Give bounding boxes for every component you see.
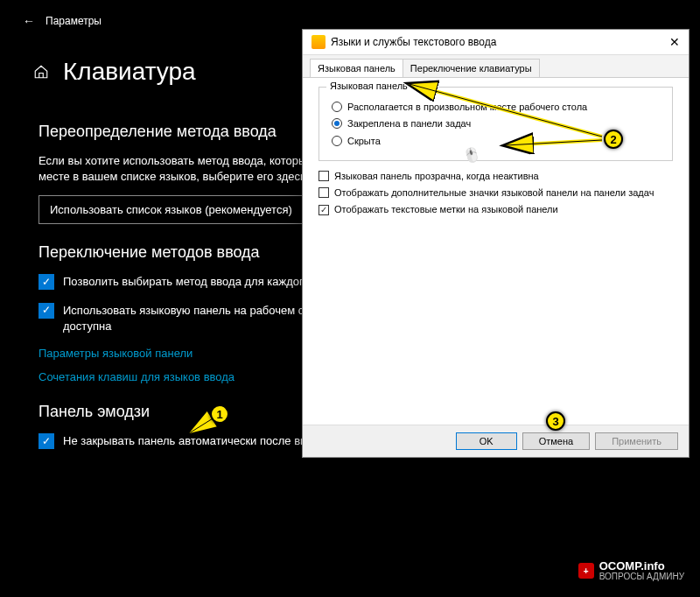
checkbox-icon (318, 187, 329, 198)
radio-icon (332, 102, 342, 112)
group-label: Языковая панель (326, 81, 411, 91)
home-icon[interactable] (33, 64, 49, 80)
ok-button[interactable]: OK (456, 432, 517, 450)
dialog-app-icon (312, 35, 326, 49)
step-badge-3: 3 (546, 411, 565, 431)
group-language-bar: Языковая панель Располагается в произвол… (318, 87, 673, 161)
step-badge-1: 1 (210, 404, 229, 424)
step-badge-2: 2 (604, 130, 623, 149)
radio-floating[interactable]: Располагается в произвольном месте рабоч… (332, 101, 660, 113)
checkbox-label: Отображать дополнительные значки языково… (334, 186, 654, 199)
checkbox-icon (318, 171, 329, 181)
watermark-logo-icon: + (578, 563, 594, 579)
watermark: + OCOMP.info ВОПРОСЫ АДМИНУ (578, 560, 684, 581)
radio-label: Закреплена в панели задач (347, 117, 471, 130)
radio-label: Располагается в произвольном месте рабоч… (347, 101, 587, 113)
check-icon: ✓ (38, 274, 54, 290)
close-icon[interactable]: ✕ (669, 35, 680, 49)
input-method-dropdown[interactable]: Использовать список языков (рекомендуетс… (38, 195, 318, 224)
window-title: Параметры (46, 15, 102, 27)
check-icon: ✓ (38, 303, 54, 319)
dialog-title: Языки и службы текстового ввода (331, 36, 496, 48)
apply-button[interactable]: Применить (595, 432, 678, 450)
cb-transparent-inactive[interactable]: Языковая панель прозрачна, когда неактив… (318, 170, 673, 182)
radio-icon (332, 118, 342, 129)
tab-keyboard-switch[interactable]: Переключение клавиатуры (402, 59, 540, 77)
radio-label: Скрыта (347, 135, 381, 147)
back-icon[interactable]: ← (23, 14, 35, 28)
cb-extra-icons[interactable]: Отображать дополнительные значки языково… (318, 186, 673, 199)
check-icon: ✓ (38, 433, 54, 449)
checkbox-label: Языковая панель прозрачна, когда неактив… (334, 170, 539, 182)
page-title: Клавиатура (63, 58, 196, 86)
checkbox-icon: ✓ (318, 205, 329, 215)
tab-language-bar[interactable]: Языковая панель (310, 59, 403, 77)
cb-text-labels[interactable]: ✓ Отображать текстовые метки на языковой… (318, 203, 673, 215)
watermark-sub: ВОПРОСЫ АДМИНУ (599, 572, 684, 581)
watermark-brand: OCOMP.info (599, 560, 684, 572)
langbar-dialog: Языки и службы текстового ввода ✕ Языков… (302, 29, 690, 458)
cancel-button[interactable]: Отмена (522, 432, 590, 450)
checkbox-label: Отображать текстовые метки на языковой п… (334, 203, 558, 215)
radio-docked[interactable]: Закреплена в панели задач (332, 117, 660, 130)
radio-icon (332, 136, 342, 146)
